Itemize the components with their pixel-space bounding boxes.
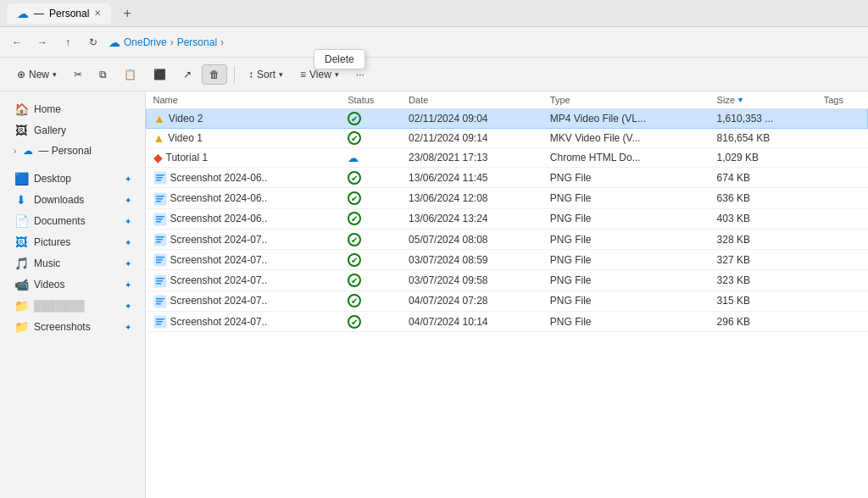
home-icon: 🏠 [14,102,29,116]
sort-button[interactable]: ↕ Sort ▾ [242,65,290,84]
cut-icon: ✂ [74,69,82,80]
sidebar-item-personal[interactable]: › ☁ — Personal [3,141,142,160]
sidebar-item-gallery[interactable]: 🖼 Gallery [3,120,142,141]
file-type-cell: PNG File [543,312,710,332]
table-row[interactable]: ▲Video 1✔02/11/2024 09:14MKV Video File … [147,129,868,148]
back-button[interactable]: ← [7,32,27,53]
table-row[interactable]: Screenshot 2024-06..✔13/06/2024 13:24PNG… [147,208,868,229]
file-tags-cell [817,290,868,311]
file-date-cell: 04/07/2024 07:28 [402,290,543,311]
copy-button[interactable]: ⧉ [92,65,114,84]
new-button[interactable]: ⊕ New ▾ [10,65,64,84]
table-row[interactable]: Screenshot 2024-07..✔04/07/2024 10:14PNG… [147,312,868,332]
sidebar-item-pictures[interactable]: 🖼 Pictures ✦ [3,232,142,252]
file-type-icon: ▲ [153,112,165,125]
sidebar-item-screenshots[interactable]: 📁 Screenshots ✦ [3,317,142,337]
file-name-cell: ◆Tutorial 1 [147,148,342,168]
file-size-cell: 674 KB [710,168,817,188]
status-badge: ✔ [348,131,361,145]
svg-rect-27 [156,303,161,305]
file-tags-cell [817,250,868,270]
file-date-cell: 13/06/2024 13:24 [402,208,543,229]
pin-icon: ✦ [125,323,131,332]
file-type-icon [153,232,167,246]
file-name: Screenshot 2024-07.. [170,274,268,286]
sidebar-item-label: Music [34,257,60,269]
pin-icon: ✦ [125,217,131,226]
new-dropdown-icon: ▾ [53,70,57,79]
sidebar-item-label: Desktop [34,173,71,185]
column-header-date[interactable]: Date [402,91,543,109]
sidebar-item-videos[interactable]: 📹 Videos ✦ [3,274,142,295]
sidebar-item-folder1[interactable]: 📁 ███████ ✦ [3,296,142,316]
forward-button[interactable]: → [32,32,53,53]
title-bar: ☁ — Personal ✕ + [0,0,868,27]
column-header-size[interactable]: Size ▼ [710,91,817,109]
breadcrumb-onedrive[interactable]: OneDrive [124,36,167,48]
pin-icon: ✦ [125,196,131,205]
sidebar-item-music[interactable]: 🎵 Music ✦ [3,253,142,274]
copy-icon: ⧉ [99,69,107,80]
active-tab[interactable]: ☁ — Personal ✕ [7,3,111,24]
sidebar-item-desktop[interactable]: 🟦 Desktop ✦ [3,169,142,189]
column-header-status[interactable]: Status [341,91,402,109]
file-tags-cell [817,208,868,229]
new-tab-button[interactable]: + [118,4,136,23]
table-row[interactable]: Screenshot 2024-06..✔13/06/2024 11:45PNG… [147,168,868,188]
up-button[interactable]: ↑ [58,32,78,53]
file-date-cell: 04/07/2024 10:14 [402,312,543,332]
file-type-cell: PNG File [543,208,710,229]
share-button[interactable]: ↗ [176,65,198,84]
table-row[interactable]: Screenshot 2024-07..✔03/07/2024 08:59PNG… [147,250,868,270]
table-row[interactable]: ▲Video 2✔02/11/2024 09:04MP4 Video File … [147,109,868,129]
file-size-cell: 816,654 KB [710,129,817,148]
file-name-cell: Screenshot 2024-07.. [147,229,342,249]
breadcrumb: ☁ OneDrive › Personal › [108,36,224,49]
file-date-cell: 02/11/2024 09:14 [402,129,543,148]
gallery-icon: 🖼 [14,124,29,137]
file-tags-cell [817,109,868,129]
file-type-icon [153,170,167,185]
file-type-cell: MKV Video File (V... [543,129,710,148]
cloud-path-icon: ☁ [108,36,120,49]
sidebar-item-home[interactable]: 🏠 Home [3,99,142,119]
pin-icon: ✦ [125,238,131,247]
table-row[interactable]: Screenshot 2024-06..✔13/06/2024 12:08PNG… [147,188,868,208]
table-row[interactable]: Screenshot 2024-07..✔03/07/2024 09:58PNG… [147,270,868,290]
rename-button[interactable]: ⬛ [147,65,173,84]
file-type-icon [153,273,167,287]
sidebar-item-documents[interactable]: 📄 Documents ✦ [3,211,142,231]
refresh-button[interactable]: ↻ [83,32,103,53]
breadcrumb-personal[interactable]: Personal [177,36,217,48]
pin-icon: ✦ [125,174,131,184]
table-row[interactable]: Screenshot 2024-07..✔04/07/2024 07:28PNG… [147,290,868,311]
svg-rect-29 [156,318,164,320]
cut-button[interactable]: ✂ [67,65,89,84]
toolbar: ⊕ New ▾ ✂ ⧉ 📋 ⬛ ↗ 🗑 ↕ Sort ▾ ≡ View ▾ ··… [0,58,868,91]
file-size-cell: 328 KB [710,229,817,249]
delete-button[interactable]: 🗑 [202,64,227,85]
sidebar-item-downloads[interactable]: ⬇ Downloads ✦ [3,190,142,210]
column-header-type[interactable]: Type [543,91,710,109]
file-list-container: Name Status Date Type Size [146,91,868,498]
table-row[interactable]: Screenshot 2024-07..✔05/07/2024 08:08PNG… [147,229,868,249]
file-size-cell: 1,029 KB [710,148,817,168]
svg-rect-19 [156,262,161,263]
table-row[interactable]: ◆Tutorial 1☁23/08/2021 17:13Chrome HTML … [147,148,868,168]
file-name-cell: Screenshot 2024-07.. [147,250,342,270]
file-type-icon [153,294,167,308]
share-icon: ↗ [183,69,192,80]
column-header-tags[interactable]: Tags [817,91,868,109]
svg-rect-5 [156,196,164,197]
paste-button[interactable]: 📋 [117,65,143,84]
close-tab-button[interactable]: ✕ [94,8,101,18]
file-name-cell: Screenshot 2024-06.. [147,168,342,188]
file-size-cell: 327 KB [710,250,817,270]
desktop-icon: 🟦 [14,172,29,185]
column-header-name[interactable]: Name [147,91,342,109]
folder-icon: 📁 [14,299,29,313]
svg-rect-6 [156,198,163,200]
sort-label: Sort [257,69,275,80]
svg-rect-1 [156,174,164,176]
documents-icon: 📄 [14,214,29,228]
